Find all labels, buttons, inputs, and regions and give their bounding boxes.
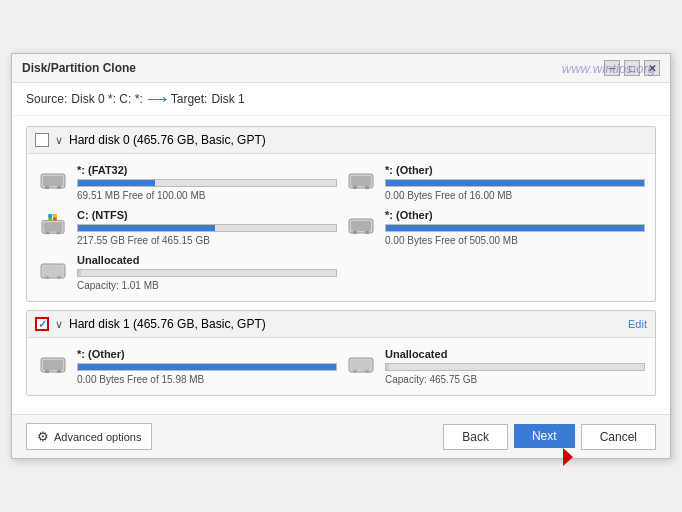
svg-rect-18 bbox=[48, 218, 52, 221]
cancel-button[interactable]: Cancel bbox=[581, 424, 656, 450]
drive-icon-unalloc1 bbox=[345, 350, 377, 378]
drive-icon-fat32 bbox=[37, 166, 69, 194]
svg-rect-21 bbox=[351, 221, 371, 231]
fat32-bar bbox=[77, 179, 337, 187]
drive-icon-other1 bbox=[345, 166, 377, 194]
svg-rect-16 bbox=[48, 214, 52, 217]
svg-rect-27 bbox=[57, 276, 61, 279]
svg-rect-22 bbox=[353, 231, 357, 234]
partition-ntfs: C: (NTFS) 217.55 GB Free of 465.15 GB bbox=[37, 209, 337, 246]
svg-rect-3 bbox=[57, 186, 61, 189]
drive-icon-other2 bbox=[345, 211, 377, 239]
gear-icon: ⚙ bbox=[37, 429, 49, 444]
svg-rect-25 bbox=[43, 266, 63, 276]
disk0-header: ∨ Hard disk 0 (465.76 GB, Basic, GPT) bbox=[27, 127, 655, 154]
svg-rect-6 bbox=[353, 186, 357, 189]
other-d1-label: *: (Other) bbox=[77, 348, 337, 360]
disk-section-0: ∨ Hard disk 0 (465.76 GB, Basic, GPT) bbox=[26, 126, 656, 302]
unalloc1-bar bbox=[385, 363, 645, 371]
source-label: Source: bbox=[26, 92, 67, 106]
window-title: Disk/Partition Clone bbox=[22, 61, 136, 75]
other-d1-sub: 0.00 Bytes Free of 15.98 MB bbox=[77, 374, 337, 385]
disk1-edit-link[interactable]: Edit bbox=[628, 318, 647, 330]
partition-unalloc1: Unallocated Capacity: 465.75 GB bbox=[345, 348, 645, 385]
disk0-chevron[interactable]: ∨ bbox=[55, 134, 63, 147]
partition-fat32: *: (FAT32) 69.51 MB Free of 100.00 MB bbox=[37, 164, 337, 201]
red-arrow-indicator bbox=[557, 446, 579, 468]
other1-label: *: (Other) bbox=[385, 164, 645, 176]
svg-rect-34 bbox=[353, 370, 357, 373]
svg-rect-26 bbox=[45, 276, 49, 279]
svg-rect-30 bbox=[45, 370, 49, 373]
fat32-sub: 69.51 MB Free of 100.00 MB bbox=[77, 190, 337, 201]
disk0-checkbox[interactable] bbox=[35, 133, 49, 147]
svg-rect-33 bbox=[351, 360, 371, 370]
other2-bar bbox=[385, 224, 645, 232]
svg-rect-9 bbox=[44, 222, 62, 231]
unalloc0-bar bbox=[77, 269, 337, 277]
partition-unalloc0: Unallocated Capacity: 1.01 MB bbox=[37, 254, 337, 291]
checkmark-icon: ✓ bbox=[38, 318, 47, 331]
close-button[interactable]: ✕ bbox=[644, 60, 660, 76]
minimize-button[interactable]: ─ bbox=[604, 60, 620, 76]
ntfs-bar bbox=[77, 224, 337, 232]
svg-marker-36 bbox=[563, 448, 573, 466]
partition-other2: *: (Other) 0.00 Bytes Free of 505.00 MB bbox=[345, 209, 645, 246]
other-d1-bar bbox=[77, 363, 337, 371]
drive-icon-other-d1 bbox=[37, 350, 69, 378]
drive-icon-unalloc0 bbox=[37, 256, 69, 284]
svg-rect-1 bbox=[43, 176, 63, 186]
target-label: Target: bbox=[171, 92, 208, 106]
svg-rect-19 bbox=[53, 218, 57, 221]
other1-bar bbox=[385, 179, 645, 187]
maximize-button[interactable]: □ bbox=[624, 60, 640, 76]
next-button[interactable]: Next bbox=[514, 424, 575, 448]
other2-label: *: (Other) bbox=[385, 209, 645, 221]
svg-rect-5 bbox=[351, 176, 371, 186]
disk1-label: Hard disk 1 (465.76 GB, Basic, GPT) bbox=[69, 317, 266, 331]
ntfs-sub: 217.55 GB Free of 465.15 GB bbox=[77, 235, 337, 246]
svg-rect-2 bbox=[45, 186, 49, 189]
unalloc0-label: Unallocated bbox=[77, 254, 337, 266]
drive-icon-ntfs bbox=[37, 211, 69, 239]
svg-rect-31 bbox=[57, 370, 61, 373]
svg-rect-17 bbox=[53, 214, 57, 217]
partition-other-d1: *: (Other) 0.00 Bytes Free of 15.98 MB bbox=[37, 348, 337, 385]
advanced-options-button[interactable]: ⚙ Advanced options bbox=[26, 423, 152, 450]
disk0-label: Hard disk 0 (465.76 GB, Basic, GPT) bbox=[69, 133, 266, 147]
disk1-chevron[interactable]: ∨ bbox=[55, 318, 63, 331]
partition-other1: *: (Other) 0.00 Bytes Free of 16.00 MB bbox=[345, 164, 645, 201]
svg-rect-29 bbox=[43, 360, 63, 370]
arrow-icon: ⟶ bbox=[147, 91, 167, 107]
other2-sub: 0.00 Bytes Free of 505.00 MB bbox=[385, 235, 645, 246]
ntfs-label: C: (NTFS) bbox=[77, 209, 337, 221]
unalloc1-sub: Capacity: 465.75 GB bbox=[385, 374, 645, 385]
fat32-label: *: (FAT32) bbox=[77, 164, 337, 176]
disk1-checkbox[interactable]: ✓ bbox=[35, 317, 49, 331]
unalloc0-sub: Capacity: 1.01 MB bbox=[77, 280, 337, 291]
back-button[interactable]: Back bbox=[443, 424, 508, 450]
other1-sub: 0.00 Bytes Free of 16.00 MB bbox=[385, 190, 645, 201]
svg-rect-11 bbox=[57, 231, 61, 234]
unalloc1-label: Unallocated bbox=[385, 348, 645, 360]
target-value: Disk 1 bbox=[211, 92, 244, 106]
svg-rect-7 bbox=[365, 186, 369, 189]
advanced-options-label: Advanced options bbox=[54, 431, 141, 443]
svg-rect-35 bbox=[365, 370, 369, 373]
svg-rect-10 bbox=[46, 231, 50, 234]
svg-rect-23 bbox=[365, 231, 369, 234]
source-value: Disk 0 *: C: *: bbox=[71, 92, 142, 106]
disk1-header: ✓ ∨ Hard disk 1 (465.76 GB, Basic, GPT) … bbox=[27, 311, 655, 338]
disk-section-1: ✓ ∨ Hard disk 1 (465.76 GB, Basic, GPT) … bbox=[26, 310, 656, 396]
